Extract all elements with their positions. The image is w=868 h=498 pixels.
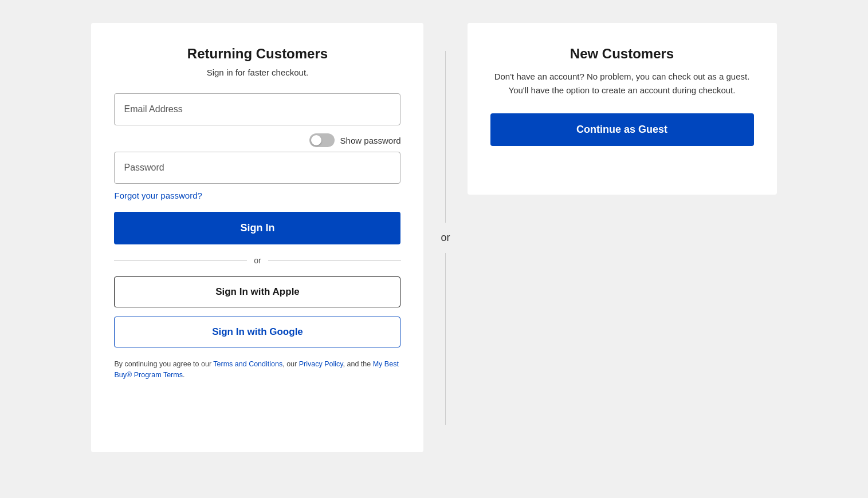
- sign-in-apple-button[interactable]: Sign In with Apple: [114, 276, 400, 307]
- password-field-wrapper: [114, 152, 400, 184]
- or-divider-text: or: [254, 256, 261, 265]
- email-input[interactable]: [114, 93, 400, 125]
- terms-text: By continuing you agree to our Terms and…: [114, 359, 400, 381]
- new-customers-card: New Customers Don't have an account? No …: [468, 23, 777, 195]
- toggle-track: [309, 133, 335, 147]
- terms-and-conditions-link[interactable]: Terms and Conditions: [213, 360, 282, 368]
- show-password-label: Show password: [340, 136, 401, 145]
- forgot-password-link[interactable]: Forgot your password?: [114, 191, 202, 200]
- returning-customers-title: Returning Customers: [114, 46, 400, 62]
- terms-post: .: [183, 371, 184, 379]
- new-customers-title: New Customers: [490, 46, 754, 62]
- toggle-thumb: [311, 135, 321, 145]
- terms-pre: By continuing you agree to our: [114, 360, 213, 368]
- center-divider: or: [423, 51, 467, 425]
- privacy-policy-link[interactable]: Privacy Policy: [299, 360, 343, 368]
- terms-and: , and the: [343, 360, 373, 368]
- show-password-row: Show password: [114, 133, 400, 147]
- divider-line-right: [268, 260, 401, 261]
- page-container: Returning Customers Sign in for faster c…: [33, 23, 835, 452]
- returning-customers-subtitle: Sign in for faster checkout.: [114, 68, 400, 77]
- center-or-text: or: [441, 223, 450, 253]
- sign-in-button[interactable]: Sign In: [114, 212, 400, 244]
- vertical-divider-bottom: [445, 253, 446, 425]
- returning-customers-card: Returning Customers Sign in for faster c…: [91, 23, 423, 452]
- terms-mid: , our: [282, 360, 299, 368]
- password-input[interactable]: [114, 152, 400, 184]
- or-divider-row: or: [114, 256, 400, 265]
- continue-as-guest-button[interactable]: Continue as Guest: [490, 113, 754, 146]
- vertical-divider-top: [445, 51, 446, 223]
- divider-line-left: [114, 260, 247, 261]
- sign-in-google-button[interactable]: Sign In with Google: [114, 317, 400, 347]
- show-password-toggle[interactable]: [309, 133, 335, 147]
- new-customers-description: Don't have an account? No problem, you c…: [490, 70, 754, 97]
